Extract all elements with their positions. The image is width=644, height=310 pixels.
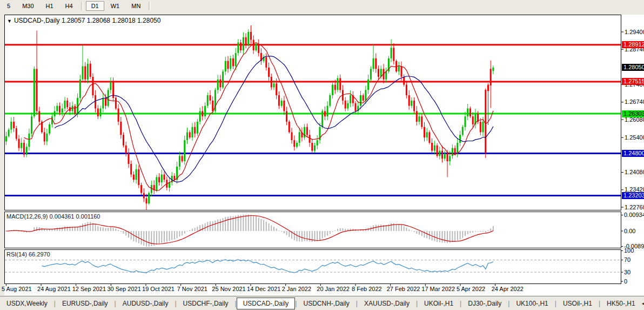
chart-title: ▼USDCAD-,Daily 1.28057 1.28068 1.28018 1… (7, 17, 160, 24)
chart-tab-xauusd[interactable]: XAUUSD-,Daily (358, 298, 416, 309)
rsi-current-value: 66.2970 (29, 251, 50, 258)
chart-tab-usdcnh[interactable]: USDCNH-,Daily (297, 298, 355, 309)
rsi-axis-tick: 70 (624, 256, 630, 263)
macd-axis-tick: 0.009345 (624, 212, 644, 218)
date-axis-label: 8 Feb 2022 (352, 286, 382, 292)
date-axis-label: 25 Nov 2021 (212, 286, 245, 292)
chart-tab-ukoil[interactable]: UKOil-,H1 (418, 298, 460, 309)
chart-tabs-bar: USDX,Weekly|EURUSD-,Daily|AUDUSD-,Daily|… (0, 296, 644, 310)
chart-tab-usdchf[interactable]: USDCHF-,Daily (177, 298, 235, 309)
chart-symbol-label: USDCAD-,Daily (14, 17, 60, 24)
chart-tab-dj30[interactable]: DJ30-,Daily (461, 298, 508, 309)
price-level-badge: 1.28912 (622, 41, 644, 48)
price-level-badge: 1.23203 (622, 192, 644, 199)
price-axis-tick: 1.24080 (625, 169, 644, 175)
price-axis-tick: 1.22760 (625, 204, 644, 210)
date-axis-label: 5 Aug 2021 (2, 286, 32, 292)
date-axis-label: 5 Apr 2022 (457, 286, 485, 292)
price-level-badge: 1.26303 (622, 110, 644, 117)
price-axis-tick: 1.29400 (625, 29, 644, 35)
date-axis-label: 30 Sep 2021 (107, 286, 140, 292)
rsi-axis-tick: 30 (624, 269, 630, 275)
date-axis-label: 14 Dec 2021 (247, 286, 280, 292)
price-level-badge: 1.27515 (622, 78, 644, 85)
chart-tab-hk50[interactable]: HK50-,H1 (600, 298, 642, 309)
chart-tab-usoil[interactable]: USOil-,H1 (556, 298, 599, 309)
date-axis-label: 24 Apr 2022 (492, 286, 524, 292)
macd-name: MACD(12,26,9) (6, 213, 48, 220)
tab-scroll-arrows[interactable]: ◂ ▸ (642, 300, 644, 306)
price-axis-tick: 1.26740 (625, 98, 644, 105)
chart-tab-usdcad[interactable]: USDCAD-,Daily (237, 298, 296, 309)
rsi-axis-tick: 0 (624, 278, 627, 285)
date-axis-label: 12 Sep 2021 (72, 286, 106, 292)
chart-window: ▼USDCAD-,Daily 1.28057 1.28068 1.28018 1… (0, 0, 644, 310)
chart-tab-usdx[interactable]: USDX,Weekly (0, 298, 54, 309)
date-axis-label: 19 Oct 2021 (142, 286, 175, 292)
symbol-dropdown-icon[interactable]: ▼ (7, 18, 12, 24)
current-price-badge: 1.28050 (622, 64, 644, 71)
macd-indicator-label: MACD(12,26,9) 0.004361 0.001160 (6, 213, 100, 220)
chart-tab-eurusd[interactable]: EURUSD-,Daily (56, 298, 115, 309)
rsi-axis-tick: 100 (624, 247, 634, 254)
price-axis-tick: 1.25400 (625, 134, 644, 141)
price-chart-canvas[interactable] (0, 0, 644, 310)
date-axis-label: 7 Nov 2021 (177, 286, 207, 292)
chart-tab-audusd[interactable]: AUDUSD-,Daily (116, 298, 175, 309)
date-axis-label: 24 Aug 2021 (37, 286, 71, 292)
rsi-name: RSI(14) (6, 251, 27, 258)
macd-current-values: 0.004361 0.001160 (49, 213, 100, 220)
price-level-badge: 1.24800 (622, 150, 644, 157)
chart-tab-uk100[interactable]: UK100-,H1 (509, 298, 554, 309)
date-axis-label: 20 Jan 2022 (317, 286, 350, 292)
macd-axis-tick: 0.00 (624, 228, 635, 234)
rsi-indicator-label: RSI(14) 66.2970 (6, 251, 50, 258)
date-axis-label: 2 Jan 2022 (282, 286, 311, 292)
date-axis-label: 27 Feb 2022 (387, 286, 420, 292)
date-axis-label: 17 Mar 2022 (421, 286, 455, 292)
chart-ohlc-values: 1.28057 1.28068 1.28018 1.28050 (62, 17, 161, 24)
